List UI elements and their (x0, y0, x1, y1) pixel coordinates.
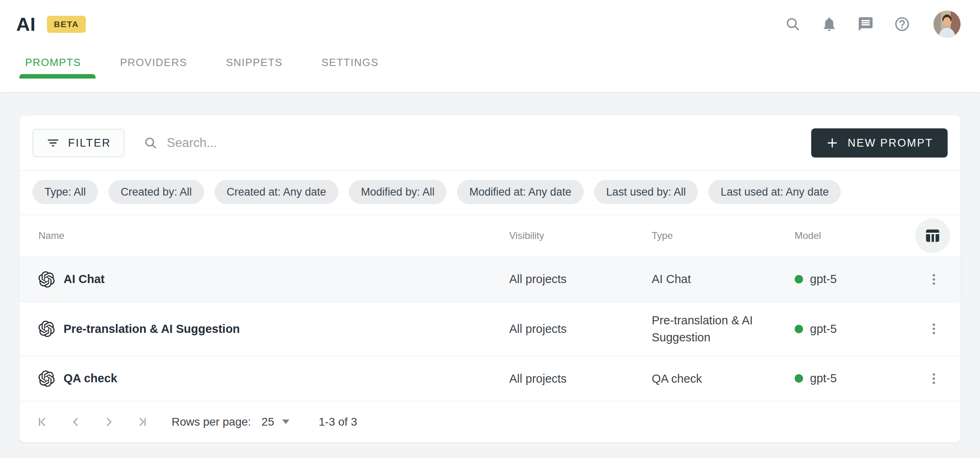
chip-type[interactable]: Type: All (32, 180, 98, 204)
filter-button-label: FILTER (68, 137, 111, 149)
manage-columns-button[interactable] (915, 218, 950, 253)
type-cell: AI Chat (652, 261, 795, 297)
chevron-left-icon (69, 415, 83, 429)
caret-down-icon (282, 420, 289, 424)
chevron-right-icon (102, 415, 116, 429)
kebab-menu-icon (927, 371, 941, 386)
tab-settings-label: SETTINGS (321, 56, 378, 68)
search-input[interactable] (167, 136, 450, 150)
row-menu-button[interactable] (923, 317, 945, 340)
app-header: AI BETA (0, 0, 980, 92)
openai-logo-icon (38, 371, 55, 387)
column-header-type: Type (652, 230, 795, 241)
tab-prompts[interactable]: PROMPTS (19, 56, 87, 79)
model-name: gpt-5 (810, 322, 837, 336)
model-cell: gpt-5 (795, 273, 904, 286)
prompt-name-cell: AI Chat (19, 262, 509, 297)
column-header-model: Model (795, 230, 904, 241)
tab-providers[interactable]: PROVIDERS (114, 56, 193, 79)
chip-modified-at[interactable]: Modified at: Any date (457, 180, 583, 204)
pagination-nav (32, 412, 152, 432)
pagination-bar: Rows per page: 25 1-3 of 3 (19, 401, 961, 442)
prompt-name: Pre-translation & AI Suggestion (64, 322, 240, 336)
model-name: gpt-5 (810, 273, 837, 286)
new-prompt-button-label: NEW PROMPT (848, 137, 933, 149)
search-box (143, 136, 811, 150)
openai-logo-icon (38, 271, 55, 288)
filter-list-icon (46, 136, 60, 150)
tab-snippets[interactable]: SNIPPETS (220, 56, 288, 79)
topbar-actions (784, 11, 961, 38)
next-page-button[interactable] (99, 412, 119, 432)
column-header-visibility: Visibility (509, 230, 652, 241)
visibility-cell: All projects (509, 261, 652, 297)
tab-providers-label: PROVIDERS (120, 56, 187, 68)
table-header: Name Visibility Type Model (19, 215, 961, 256)
row-actions-cell (904, 317, 961, 340)
model-name: gpt-5 (810, 372, 837, 385)
help-icon[interactable] (893, 15, 911, 33)
columns-icon (923, 226, 942, 245)
model-cell: gpt-5 (795, 322, 904, 336)
pagination-range: 1-3 of 3 (319, 415, 357, 428)
prompt-name: AI Chat (64, 273, 105, 286)
visibility-cell: All projects (509, 311, 652, 347)
type-cell: QA check (652, 360, 795, 397)
model-status-dot (795, 275, 803, 283)
visibility-cell: All projects (509, 360, 652, 397)
bell-icon[interactable] (820, 15, 838, 33)
new-prompt-button[interactable]: NEW PROMPT (811, 128, 948, 158)
model-cell: gpt-5 (795, 372, 904, 385)
rows-per-page-value: 25 (261, 415, 274, 428)
prompt-name: QA check (64, 372, 117, 385)
last-page-icon (135, 415, 149, 429)
app-logo: AI (16, 13, 36, 35)
chip-last-used-by[interactable]: Last used by: All (594, 180, 698, 204)
logo-row: AI BETA (0, 0, 980, 38)
prompts-card: FILTER NEW PROMPT Type: All Crea (19, 115, 961, 442)
rows-per-page-label: Rows per page: (172, 415, 251, 428)
table-row[interactable]: AI Chat All projects AI Chat gpt-5 (19, 256, 961, 302)
first-page-button[interactable] (32, 412, 53, 432)
chat-icon[interactable] (857, 15, 874, 33)
main-tabs: PROMPTS PROVIDERS SNIPPETS SETTINGS (0, 56, 980, 79)
rows-per-page-select[interactable]: 25 (261, 415, 289, 428)
kebab-menu-icon (927, 322, 941, 336)
column-header-actions (904, 218, 961, 253)
chip-created-by[interactable]: Created by: All (108, 180, 204, 204)
beta-badge: BETA (47, 16, 86, 33)
row-menu-button[interactable] (923, 268, 945, 291)
openai-logo-icon (38, 321, 55, 337)
tab-snippets-label: SNIPPETS (226, 56, 283, 68)
search-field-icon (143, 136, 158, 150)
user-avatar[interactable] (933, 11, 961, 38)
active-tab-indicator (19, 74, 96, 79)
chip-last-used-at[interactable]: Last used at: Any date (708, 180, 841, 204)
kebab-menu-icon (927, 272, 941, 287)
model-status-dot (795, 325, 803, 333)
tab-settings[interactable]: SETTINGS (316, 56, 384, 79)
plus-icon (826, 136, 839, 149)
table-row[interactable]: Pre-translation & AI Suggestion All proj… (19, 302, 961, 356)
row-actions-cell (904, 268, 961, 291)
toolbar: FILTER NEW PROMPT (19, 115, 961, 170)
tab-prompts-label: PROMPTS (25, 56, 81, 68)
row-menu-button[interactable] (923, 367, 945, 390)
filter-chips-row: Type: All Created by: All Created at: An… (19, 171, 961, 215)
first-page-icon (36, 415, 49, 429)
prompt-name-cell: QA check (19, 361, 509, 396)
previous-page-button[interactable] (66, 412, 86, 432)
filter-button[interactable]: FILTER (32, 129, 125, 157)
model-status-dot (795, 374, 803, 383)
page-content: FILTER NEW PROMPT Type: All Crea (0, 92, 980, 458)
table-row[interactable]: QA check All projects QA check gpt-5 (19, 356, 961, 401)
type-cell: Pre-translation & AI Suggestion (652, 302, 795, 356)
prompt-name-cell: Pre-translation & AI Suggestion (19, 311, 509, 347)
search-icon[interactable] (784, 15, 801, 33)
column-header-name: Name (19, 230, 509, 241)
chip-modified-by[interactable]: Modified by: All (349, 180, 447, 204)
chip-created-at[interactable]: Created at: Any date (215, 180, 338, 204)
row-actions-cell (904, 367, 961, 390)
last-page-button[interactable] (132, 412, 152, 432)
